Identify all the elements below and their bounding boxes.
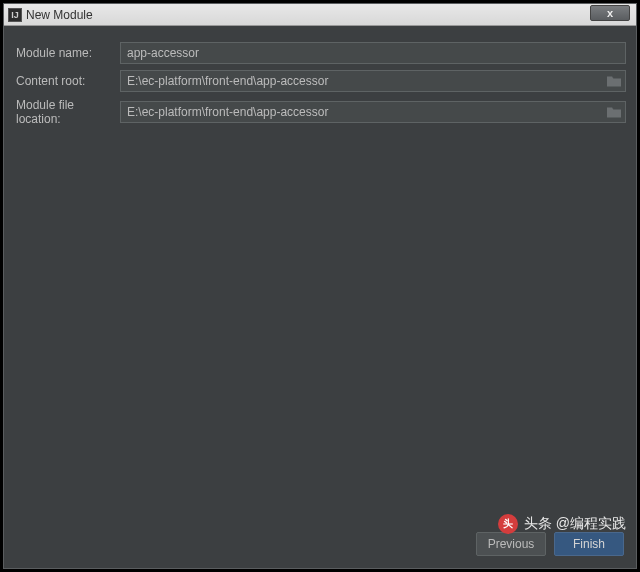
content-root-input[interactable] [120, 70, 626, 92]
dialog-window: IJ New Module x Module name: Content roo… [3, 3, 637, 569]
row-content-root: Content root: [14, 70, 626, 92]
label-module-file-location: Module file location: [14, 98, 120, 126]
folder-icon[interactable] [606, 106, 622, 119]
form-area: Module name: Content root: Module file l… [14, 42, 626, 526]
folder-icon[interactable] [606, 75, 622, 88]
row-module-file-location: Module file location: [14, 98, 626, 126]
module-file-location-input[interactable] [120, 101, 626, 123]
module-name-input[interactable] [120, 42, 626, 64]
button-bar: Previous Finish [14, 526, 626, 558]
row-module-name: Module name: [14, 42, 626, 64]
label-module-name: Module name: [14, 46, 120, 60]
label-content-root: Content root: [14, 74, 120, 88]
previous-button[interactable]: Previous [476, 532, 546, 556]
titlebar[interactable]: IJ New Module x [4, 4, 636, 26]
app-icon: IJ [8, 8, 22, 22]
close-button[interactable]: x [590, 5, 630, 21]
dialog-content: Module name: Content root: Module file l… [4, 26, 636, 568]
window-title: New Module [26, 8, 93, 22]
finish-button[interactable]: Finish [554, 532, 624, 556]
